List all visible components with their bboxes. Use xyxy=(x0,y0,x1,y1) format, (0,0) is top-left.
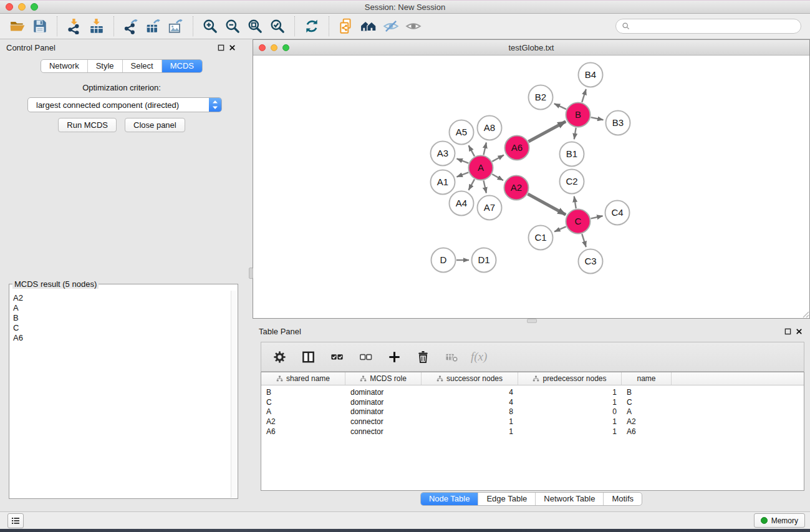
export-table-button[interactable] xyxy=(142,15,165,37)
close-panel-action-button[interactable]: Close panel xyxy=(125,118,185,132)
graph-edge-A-A8[interactable] xyxy=(483,142,486,155)
import-network-button[interactable] xyxy=(63,15,85,37)
graph-node-D1[interactable]: D1 xyxy=(472,248,496,273)
run-mcds-button[interactable]: Run MCDS xyxy=(58,118,117,132)
table-cell[interactable]: 4 xyxy=(422,388,518,397)
close-traffic-light[interactable] xyxy=(6,3,13,11)
zoom-fit-button[interactable] xyxy=(244,15,266,37)
graph-edge-B-B2[interactable] xyxy=(554,104,566,109)
criterion-select[interactable]: largest connected component (directed) xyxy=(27,97,222,112)
graph-node-B4[interactable]: B4 xyxy=(579,63,603,87)
close-panel-button[interactable] xyxy=(227,42,237,52)
graph-node-B1[interactable]: B1 xyxy=(560,142,584,167)
table-cell[interactable]: B xyxy=(261,388,345,397)
table-cell[interactable]: A2 xyxy=(261,417,345,426)
graph-node-C[interactable]: C xyxy=(566,210,591,234)
table-cell[interactable]: dominator xyxy=(345,388,422,397)
graph-edge-A2-C[interactable] xyxy=(528,194,566,215)
graph-node-C1[interactable]: C1 xyxy=(529,226,553,250)
table-row[interactable]: Adominator80A xyxy=(261,407,804,417)
graph-edge-B-B1[interactable] xyxy=(574,128,576,140)
zoom-in-button[interactable] xyxy=(199,15,221,37)
close-table-panel-button[interactable] xyxy=(794,326,804,336)
create-column-button[interactable] xyxy=(382,345,406,369)
graph-node-A7[interactable]: A7 xyxy=(478,196,502,220)
table-cell[interactable]: A2 xyxy=(622,417,672,426)
table-cell[interactable]: 1 xyxy=(422,417,518,426)
table-cell[interactable]: C xyxy=(622,398,672,407)
graph-node-C2[interactable]: C2 xyxy=(560,170,584,194)
export-image-button[interactable] xyxy=(165,15,187,37)
delete-column-button[interactable] xyxy=(411,345,435,369)
graph-edge-C-C3[interactable] xyxy=(582,234,586,247)
graph-edge-A-A2[interactable] xyxy=(492,174,503,180)
mcds-result-item[interactable]: B xyxy=(13,313,230,323)
horizontal-splitter-handle[interactable] xyxy=(527,319,537,323)
graph-node-A8[interactable]: A8 xyxy=(478,116,502,140)
tab-mcds[interactable]: MCDS xyxy=(162,60,202,72)
graph-node-A3[interactable]: A3 xyxy=(431,142,455,166)
network-close-traffic-light[interactable] xyxy=(259,44,266,51)
tab-select[interactable]: Select xyxy=(123,60,162,72)
graph-node-A[interactable]: A xyxy=(469,156,493,180)
table-cell[interactable]: A xyxy=(622,407,672,416)
hide-graphics-details-button[interactable] xyxy=(380,15,402,37)
network-canvas[interactable]: B4B2BB3A8A5A6A3B1AA1C2A2A4A7C4CC1DD1C3 xyxy=(253,56,809,318)
table-row[interactable]: Cdominator41C xyxy=(261,397,804,407)
graph-edge-B-B4[interactable] xyxy=(582,89,586,102)
table-cell[interactable]: B xyxy=(622,388,672,397)
graph-node-A6[interactable]: A6 xyxy=(505,136,529,160)
tab-edge-table[interactable]: Edge Table xyxy=(478,493,536,505)
zoom-out-button[interactable] xyxy=(221,15,244,37)
select-all-columns-button[interactable] xyxy=(325,345,349,369)
birds-eye-view-button[interactable] xyxy=(402,15,425,37)
table-cell[interactable]: dominator xyxy=(345,398,422,407)
graph-edge-C-C2[interactable] xyxy=(574,196,576,209)
minimize-traffic-light[interactable] xyxy=(18,3,26,11)
mcds-result-item[interactable]: A xyxy=(13,303,230,313)
column-header-shared-name[interactable]: shared name xyxy=(261,372,345,385)
column-header-name[interactable]: name xyxy=(622,372,672,385)
network-zoom-traffic-light[interactable] xyxy=(282,44,289,51)
graph-edge-A-A6[interactable] xyxy=(492,155,504,162)
graph-node-D[interactable]: D xyxy=(432,248,456,273)
table-cell[interactable]: 0 xyxy=(518,407,622,416)
graph-edge-A-A7[interactable] xyxy=(483,181,486,193)
column-header-predecessor-nodes[interactable]: predecessor nodes xyxy=(518,372,622,385)
mcds-result-item[interactable]: C xyxy=(13,323,230,333)
table-row[interactable]: A6connector11A6 xyxy=(261,427,804,437)
table-cell[interactable]: A6 xyxy=(261,427,345,436)
table-cell[interactable]: 1 xyxy=(518,388,622,397)
unselect-all-columns-button[interactable] xyxy=(354,345,377,369)
tab-motifs[interactable]: Motifs xyxy=(604,493,642,505)
import-table-button[interactable] xyxy=(85,15,108,37)
vertical-splitter-handle[interactable] xyxy=(249,268,253,279)
table-row[interactable]: A2connector11A2 xyxy=(261,417,804,427)
table-cell[interactable]: A6 xyxy=(622,427,672,436)
task-history-button[interactable] xyxy=(7,513,24,528)
graph-node-A4[interactable]: A4 xyxy=(450,191,474,216)
table-cell[interactable]: connector xyxy=(345,427,422,436)
graph-edge-A-A3[interactable] xyxy=(456,158,468,163)
table-cell[interactable]: A xyxy=(261,407,345,416)
tab-node-table[interactable]: Node Table xyxy=(421,493,479,505)
home-view-button[interactable] xyxy=(357,15,380,37)
column-header-successor-nodes[interactable]: successor nodes xyxy=(422,372,518,385)
table-cell[interactable]: 1 xyxy=(518,398,622,407)
result-scrollbar[interactable] xyxy=(231,291,237,498)
table-cell[interactable]: 1 xyxy=(518,427,622,436)
table-cell[interactable]: C xyxy=(261,398,345,407)
zoom-selected-button[interactable] xyxy=(266,15,289,37)
float-table-panel-button[interactable] xyxy=(783,326,793,336)
graph-node-A5[interactable]: A5 xyxy=(450,120,474,145)
graph-edge-B-B3[interactable] xyxy=(591,117,604,120)
zoom-traffic-light[interactable] xyxy=(31,3,38,11)
graph-node-A1[interactable]: A1 xyxy=(431,170,455,195)
table-settings-button[interactable] xyxy=(268,345,291,369)
resize-grip-icon[interactable] xyxy=(801,309,809,318)
graph-edge-C-C4[interactable] xyxy=(591,216,602,218)
mcds-result-item[interactable]: A2 xyxy=(13,293,230,303)
float-panel-button[interactable] xyxy=(216,42,226,52)
tab-network[interactable]: Network xyxy=(41,60,88,72)
table-cell[interactable]: 1 xyxy=(422,427,518,436)
